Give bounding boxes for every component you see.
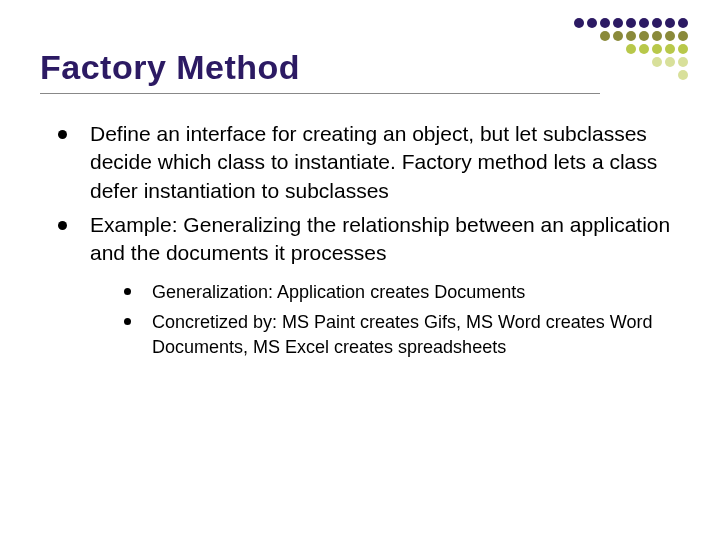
- decor-dot: [665, 31, 675, 41]
- decor-dot: [665, 44, 675, 54]
- bullet-item: Example: Generalizing the relationship b…: [58, 211, 680, 360]
- decor-dot: [652, 18, 662, 28]
- decor-dot: [626, 18, 636, 28]
- decor-dot: [626, 31, 636, 41]
- decor-dot: [639, 44, 649, 54]
- bullet-item: Define an interface for creating an obje…: [58, 120, 680, 205]
- decor-dot: [652, 31, 662, 41]
- sub-bullet-item: Concretized by: MS Paint creates Gifs, M…: [124, 310, 680, 360]
- decor-dot: [678, 70, 688, 80]
- decor-dot: [600, 18, 610, 28]
- decor-dot: [639, 18, 649, 28]
- decor-dot: [678, 57, 688, 67]
- decor-dot: [587, 18, 597, 28]
- decor-dot: [665, 57, 675, 67]
- decor-dot: [678, 44, 688, 54]
- decor-dot: [652, 44, 662, 54]
- decor-dot: [665, 18, 675, 28]
- decor-dot: [639, 31, 649, 41]
- decor-dot: [626, 44, 636, 54]
- decor-dot: [600, 31, 610, 41]
- bullet-text: Example: Generalizing the relationship b…: [90, 213, 670, 264]
- decor-dot: [613, 18, 623, 28]
- decor-dot: [678, 18, 688, 28]
- title-rule: [40, 93, 600, 94]
- decor-dot: [678, 31, 688, 41]
- bullet-list: Define an interface for creating an obje…: [58, 120, 680, 360]
- decor-dots: [574, 18, 688, 80]
- decor-dot: [574, 18, 584, 28]
- decor-dot: [652, 57, 662, 67]
- sub-bullet-item: Generalization: Application creates Docu…: [124, 280, 680, 305]
- decor-dot: [613, 31, 623, 41]
- slide: Factory Method Define an interface for c…: [0, 0, 720, 540]
- sub-bullet-list: Generalization: Application creates Docu…: [124, 280, 680, 361]
